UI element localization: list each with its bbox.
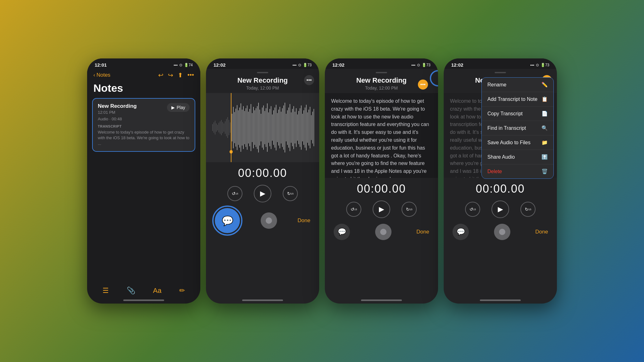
svg-rect-72	[302, 114, 303, 141]
svg-rect-59	[286, 114, 286, 141]
battery-icon-2: 🔋73	[303, 63, 312, 67]
redo-icon[interactable]: ↪	[168, 71, 173, 79]
home-indicator-2	[242, 299, 283, 301]
rewind-button-3[interactable]: ↺ 15	[346, 202, 361, 217]
add-transcript-icon: 📋	[541, 96, 548, 102]
forward-15-label-3: 15	[410, 208, 413, 211]
note-meta: Audio · 00:48	[98, 117, 137, 121]
svg-rect-68	[297, 114, 298, 141]
more-button-2[interactable]: •••	[304, 75, 314, 85]
signal-icon-2: ▪▪▪	[292, 63, 297, 67]
share-icon[interactable]: ⬆	[178, 71, 183, 79]
checklist-icon[interactable]: ☰	[103, 287, 109, 295]
highlight-ring	[212, 206, 242, 236]
phone-3: 12:02 ▪▪▪ ⊙ 🔋73 New Recording Today, 12:…	[325, 58, 438, 304]
sheet-handle-3	[376, 72, 387, 73]
svg-rect-42	[264, 111, 265, 144]
note-card[interactable]: New Recording 12:01 PM Audio · 00:48 ▶ P…	[92, 98, 195, 152]
svg-rect-64	[292, 109, 293, 146]
play-pause-button-4[interactable]: ▶	[491, 200, 509, 218]
transcript-button-3[interactable]: 💬	[334, 224, 350, 240]
forward-button-3[interactable]: ↻ 15	[402, 202, 417, 217]
delete-icon: 🗑️	[541, 168, 548, 174]
compose-icon[interactable]: ✏	[179, 287, 185, 295]
svg-rect-10	[224, 123, 224, 132]
svg-rect-47	[271, 106, 271, 149]
svg-rect-19	[236, 109, 236, 147]
more-icon[interactable]: •••	[187, 71, 194, 79]
menu-save-audio-label: Save Audio to Files	[487, 140, 530, 145]
forward-button[interactable]: ↻ 15	[283, 186, 298, 201]
svg-rect-56	[282, 108, 283, 147]
menu-item-rename[interactable]: Rename ✏️	[482, 78, 553, 92]
svg-point-82	[230, 150, 233, 154]
menu-item-save-audio[interactable]: Save Audio to Files 📁	[482, 135, 553, 150]
play-pause-button[interactable]: ▶	[254, 185, 271, 202]
rewind-button[interactable]: ↺ 15	[227, 186, 242, 201]
status-icons-2: ▪▪▪ ⊙ 🔋73	[292, 63, 312, 67]
transcript-label: TRANSCRIPT	[98, 124, 190, 128]
status-bar-2: 12:02 ▪▪▪ ⊙ 🔋73	[206, 58, 319, 69]
play-pause-button-3[interactable]: ▶	[373, 200, 390, 218]
svg-rect-66	[295, 112, 295, 143]
back-label: Notes	[97, 72, 110, 78]
dropdown-menu: Rename ✏️ Add Transcript to Note 📋 Copy …	[481, 77, 554, 179]
back-button[interactable]: ‹ Notes	[93, 72, 110, 78]
note-title-group: New Recording 12:01 PM Audio · 00:48	[98, 103, 137, 123]
transcript-button-4[interactable]: 💬	[452, 224, 469, 240]
rewind-button-4[interactable]: ↺ 15	[465, 202, 480, 217]
record-button-4[interactable]	[494, 224, 510, 240]
svg-rect-28	[247, 106, 247, 150]
page-title: Notes	[87, 82, 200, 98]
home-indicator	[123, 299, 164, 301]
svg-rect-9	[222, 122, 223, 133]
recording-header-3: New Recording Today, 12:00 PM •••	[325, 69, 438, 93]
forward-button-4[interactable]: ↻ 15	[520, 202, 536, 217]
svg-rect-70	[300, 108, 300, 147]
svg-rect-13	[227, 117, 228, 138]
svg-rect-77	[308, 110, 309, 145]
more-button-3[interactable]: •••	[418, 80, 428, 90]
svg-rect-38	[259, 110, 260, 145]
record-button-3[interactable]	[375, 224, 391, 240]
rewind-icon-3: ↺	[351, 207, 354, 212]
share-audio-icon: ⬆️	[541, 154, 548, 160]
phone-4: 12:02 ▪▪▪ ⊙ 🔋73 New Recording Today, 12:…	[444, 58, 557, 304]
controls-row-3: ↺ 15 ▶ ↻ 15	[325, 198, 438, 221]
format-icon[interactable]: Aa	[153, 287, 162, 295]
svg-rect-63	[291, 112, 291, 143]
find-transcript-icon: 🔍	[541, 125, 548, 131]
done-button[interactable]: Done	[297, 217, 310, 224]
signal-icon-3: ▪▪▪	[411, 63, 415, 67]
recording-date-3: Today, 12:00 PM	[331, 85, 432, 90]
svg-rect-6	[219, 123, 219, 133]
nav-bar-1: ‹ Notes ↩ ↪ ⬆ •••	[87, 69, 200, 82]
svg-rect-58	[285, 103, 285, 152]
svg-rect-26	[244, 111, 245, 144]
status-bar-3: 12:02 ▪▪▪ ⊙ 🔋73	[325, 58, 438, 69]
recording-title-2: New Recording	[212, 76, 313, 85]
recording-header-2: New Recording Today, 12:00 PM •••	[206, 69, 319, 93]
attachment-icon[interactable]: 📎	[127, 287, 135, 295]
svg-rect-44	[267, 103, 268, 152]
svg-rect-17	[233, 107, 234, 148]
menu-item-find-transcript[interactable]: Find in Transcript 🔍	[482, 121, 553, 135]
play-button[interactable]: ▶ Play	[167, 103, 190, 112]
nav-icons: ↩ ↪ ⬆ •••	[158, 71, 194, 79]
record-button[interactable]	[261, 212, 277, 229]
forward-icon-3: ↻	[406, 207, 410, 212]
menu-item-share-audio[interactable]: Share Audio ⬆️	[482, 150, 553, 164]
menu-item-copy-transcript[interactable]: Copy Transcript 📄	[482, 107, 553, 121]
status-time-4: 12:02	[451, 62, 463, 68]
sheet-handle	[257, 72, 268, 73]
svg-rect-5	[217, 125, 218, 130]
svg-rect-61	[288, 107, 289, 148]
undo-icon[interactable]: ↩	[158, 71, 164, 79]
svg-rect-35	[256, 108, 256, 147]
menu-item-delete[interactable]: Delete 🗑️	[482, 164, 553, 178]
done-button-4[interactable]: Done	[535, 229, 548, 235]
svg-rect-55	[281, 112, 281, 143]
done-button-3[interactable]: Done	[416, 229, 429, 235]
menu-item-add-transcript[interactable]: Add Transcript to Note 📋	[482, 92, 553, 107]
svg-rect-3	[215, 121, 215, 134]
